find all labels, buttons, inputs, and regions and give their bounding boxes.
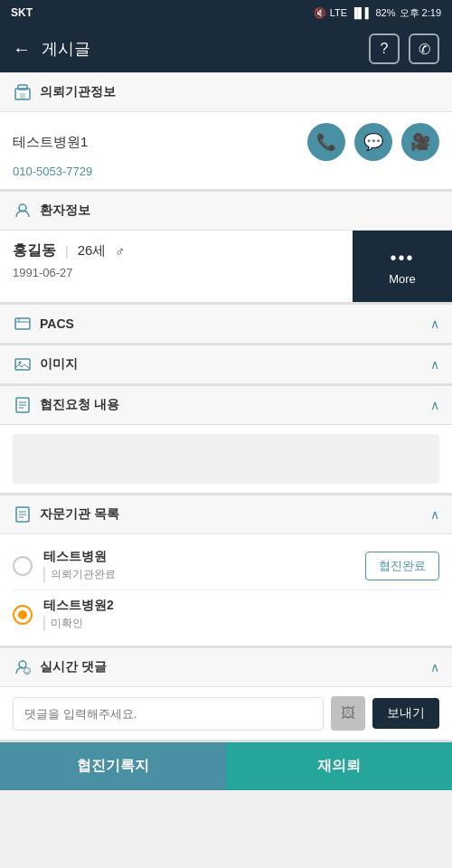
main-content: 의뢰기관정보 테스트병원1 📞 💬 🎥 010-5053-7729 xyxy=(0,72,452,741)
advisor-complete-button-1[interactable]: 협진완료 xyxy=(365,552,439,580)
advisors-chevron: ∧ xyxy=(430,507,439,522)
pacs-section: PACS ∧ xyxy=(0,304,452,344)
patient-section: 환자정보 홍길동 | 26세 ♂ 1991-06-27 ••• More xyxy=(0,191,452,304)
advisors-section: 자문기관 목록 ∧ 테스트병원 의뢰기관완료 협진완료 테스트병원2 미확인 xyxy=(0,495,452,647)
carrier-label: SKT xyxy=(11,6,33,19)
comments-section: 실시간 댓글 ∧ 🖼 보내기 xyxy=(0,647,452,741)
svg-rect-1 xyxy=(20,93,25,99)
request-content xyxy=(13,434,439,484)
comments-icon xyxy=(13,657,33,677)
battery-label: 82% xyxy=(376,7,396,18)
advisor-item: 테스트병원 의뢰기관완료 협진완료 xyxy=(13,542,439,590)
phone-icon: ✆ xyxy=(419,41,430,58)
lte-label: LTE xyxy=(330,7,347,18)
patient-title: 환자정보 xyxy=(40,203,439,219)
image-section: 이미지 ∧ xyxy=(0,344,452,385)
more-dots: ••• xyxy=(390,248,414,269)
patient-gender: ♂ xyxy=(115,244,125,259)
comments-title: 실시간 댓글 xyxy=(40,659,430,675)
signal-icon: ▐▌▌ xyxy=(351,7,372,18)
message-button[interactable]: 💬 xyxy=(354,123,392,161)
institution-name: 테스트병원1 xyxy=(13,134,88,151)
attach-icon: 🖼 xyxy=(341,705,355,722)
pacs-section-header[interactable]: PACS ∧ xyxy=(0,304,452,344)
svg-rect-2 xyxy=(18,85,27,90)
more-label: More xyxy=(389,272,416,286)
request-section-header[interactable]: 협진요청 내용 ∧ xyxy=(0,385,452,425)
help-button[interactable]: ? xyxy=(369,33,400,64)
request-chevron: ∧ xyxy=(430,398,439,412)
institution-section: 의뢰기관정보 테스트병원1 📞 💬 🎥 010-5053-7729 xyxy=(0,72,452,191)
institution-row: 테스트병원1 📞 💬 🎥 xyxy=(13,123,439,161)
request-body xyxy=(0,425,452,494)
image-section-header[interactable]: 이미지 ∧ xyxy=(0,344,452,384)
svg-rect-4 xyxy=(15,318,30,329)
patient-section-header[interactable]: 환자정보 xyxy=(0,191,452,231)
patient-age: 26세 xyxy=(78,242,107,259)
patient-body: 홍길동 | 26세 ♂ 1991-06-27 ••• More xyxy=(0,231,452,303)
comments-section-header[interactable]: 실시간 댓글 ∧ xyxy=(0,647,452,687)
consultation-record-button[interactable]: 협진기록지 xyxy=(0,742,226,790)
more-overlay-button[interactable]: ••• More xyxy=(353,231,452,302)
phone-button[interactable]: ✆ xyxy=(409,33,439,64)
page-title: 게시글 xyxy=(42,38,369,60)
request-icon xyxy=(13,395,33,415)
status-icons: 🔇 LTE ▐▌▌ 82% 오후 2:19 xyxy=(314,6,441,20)
image-chevron: ∧ xyxy=(430,357,439,372)
image-icon xyxy=(13,354,33,374)
patient-separator: | xyxy=(65,244,69,259)
svg-point-6 xyxy=(19,362,22,364)
comment-attach-button[interactable]: 🖼 xyxy=(331,696,365,731)
message-icon: 💬 xyxy=(363,132,383,152)
back-button[interactable]: ← xyxy=(13,39,31,60)
advisors-title: 자문기관 목록 xyxy=(40,506,430,523)
call-button[interactable]: 📞 xyxy=(307,123,345,161)
advisor-item-2: 테스트병원2 미확인 xyxy=(13,590,439,638)
institution-icon xyxy=(13,82,33,102)
comment-input[interactable] xyxy=(13,697,324,731)
advisors-icon xyxy=(13,505,33,524)
app-header: ← 게시글 ? ✆ xyxy=(0,25,452,72)
pacs-title: PACS xyxy=(40,316,430,331)
comment-send-button[interactable]: 보내기 xyxy=(372,698,439,729)
comments-chevron: ∧ xyxy=(430,660,439,675)
help-icon: ? xyxy=(381,41,389,57)
time-label: 오후 2:19 xyxy=(400,6,441,20)
pacs-chevron: ∧ xyxy=(430,316,439,331)
advisor-status-2: 미확인 xyxy=(43,616,439,631)
patient-icon xyxy=(13,201,33,221)
status-bar: SKT 🔇 LTE ▐▌▌ 82% 오후 2:19 xyxy=(0,0,452,25)
mute-icon: 🔇 xyxy=(314,7,326,19)
comment-input-row: 🖼 보내기 xyxy=(13,696,439,731)
advisors-body: 테스트병원 의뢰기관완료 협진완료 테스트병원2 미확인 xyxy=(0,534,452,646)
institution-section-header[interactable]: 의뢰기관정보 xyxy=(0,72,452,112)
image-title: 이미지 xyxy=(40,356,430,373)
pacs-icon xyxy=(13,314,33,334)
advisor-name-1: 테스트병원 xyxy=(43,549,365,565)
institution-phone[interactable]: 010-5053-7729 xyxy=(13,165,439,178)
institution-actions: 📞 💬 🎥 xyxy=(307,123,439,161)
call-icon: 📞 xyxy=(316,132,336,152)
institution-title: 의뢰기관정보 xyxy=(40,84,439,100)
video-icon: 🎥 xyxy=(410,132,430,152)
request-section: 협진요청 내용 ∧ xyxy=(0,385,452,495)
advisor-name-2: 테스트병원2 xyxy=(43,598,439,614)
advisor-info-1: 테스트병원 의뢰기관완료 xyxy=(43,549,365,582)
request-title: 협진요청 내용 xyxy=(40,397,430,413)
advisor-info-2: 테스트병원2 미확인 xyxy=(43,598,439,631)
institution-body: 테스트병원1 📞 💬 🎥 010-5053-7729 xyxy=(0,112,452,190)
advisors-section-header[interactable]: 자문기관 목록 ∧ xyxy=(0,495,452,534)
header-actions: ? ✆ xyxy=(369,33,439,64)
advisor-radio-2[interactable] xyxy=(13,605,33,625)
svg-rect-5 xyxy=(15,359,30,370)
re-referral-button[interactable]: 재의뢰 xyxy=(226,742,452,790)
patient-name: 홍길동 xyxy=(13,241,56,260)
bottom-bar: 협진기록지 재의뢰 xyxy=(0,741,452,790)
advisor-radio-1[interactable] xyxy=(13,556,33,576)
video-button[interactable]: 🎥 xyxy=(401,123,439,161)
advisor-status-1: 의뢰기관완료 xyxy=(43,567,365,582)
comments-body: 🖼 보내기 xyxy=(0,687,452,741)
